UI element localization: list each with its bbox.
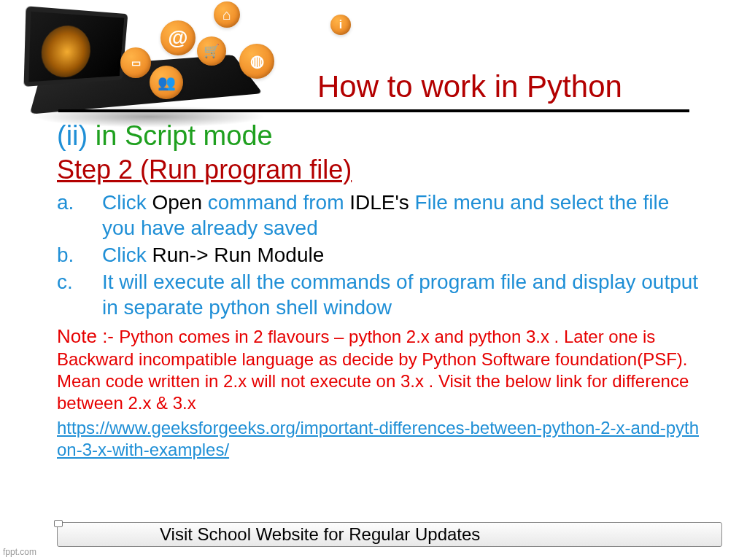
globe-icon: ◍ <box>239 44 274 79</box>
cart-icon: 🛒 <box>197 36 226 66</box>
screen-glow <box>40 25 92 79</box>
info-icon: i <box>330 15 351 35</box>
laptop-illustration: ▭ 👥 @ 🛒 ⌂ ◍ i <box>40 7 266 117</box>
at-icon: @ <box>160 20 196 55</box>
footer-text: Visit School Website for Regular Updates <box>160 524 480 545</box>
people-icon: 👥 <box>150 66 183 99</box>
subtitle: (ii) in Script mode <box>57 120 699 152</box>
item-body: It will execute all the commands of prog… <box>102 269 699 320</box>
step-item-b: b. Click Run-> Run Module <box>57 242 699 268</box>
item-letter: c. <box>57 269 102 320</box>
slide-header: ▭ 👥 @ 🛒 ⌂ ◍ i How to work in Python <box>0 0 747 113</box>
item-body: Click Run-> Run Module <box>102 242 699 268</box>
item-body: Click Open command from IDLE's File menu… <box>102 190 699 241</box>
reference-link[interactable]: https://www.geeksforgeeks.org/important-… <box>57 417 699 461</box>
text-segment: IDLE's <box>349 191 414 214</box>
text-segment: command from <box>208 191 350 214</box>
note-block: Note :- Python comes in 2 flavours – pyt… <box>57 324 699 414</box>
text-segment: Click <box>102 191 152 214</box>
subtitle-roman: (ii) <box>57 120 88 151</box>
watermark: fppt.com <box>3 547 36 557</box>
footer-banner: Visit School Website for Regular Updates <box>57 522 722 547</box>
laptop-screen <box>24 6 128 87</box>
step-item-c: c. It will execute all the commands of p… <box>57 269 699 320</box>
home-icon: ⌂ <box>214 1 240 28</box>
chat-icon: ▭ <box>120 47 151 78</box>
note-body: Python comes in 2 flavours – python 2.x … <box>57 327 689 413</box>
footer-tab-decoration <box>54 520 63 527</box>
text-segment: Run Module <box>214 244 324 266</box>
slide-content: (ii) in Script mode Step 2 (Run program … <box>57 120 699 461</box>
text-segment: Open <box>152 191 207 214</box>
text-segment: Run-> <box>152 244 214 266</box>
title-divider <box>58 109 689 112</box>
item-letter: a. <box>57 190 102 241</box>
text-segment: Click <box>102 244 152 266</box>
subtitle-text: in Script mode <box>96 120 273 151</box>
item-letter: b. <box>57 242 102 268</box>
note-label: Note :- <box>57 325 119 347</box>
slide-title: How to work in Python <box>317 69 622 104</box>
step-item-a: a. Click Open command from IDLE's File m… <box>57 190 699 241</box>
step-heading: Step 2 (Run program file) <box>57 155 699 185</box>
